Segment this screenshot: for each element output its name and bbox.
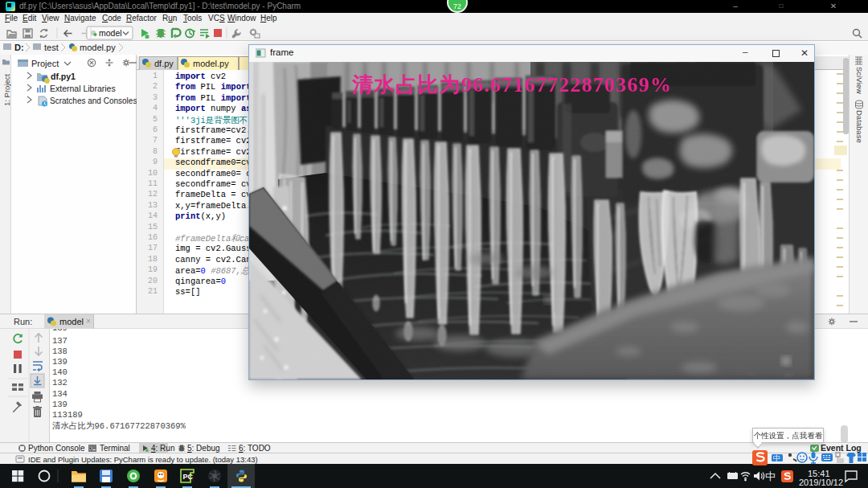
svg-text:Event Log: Event Log [821,443,862,453]
svg-text:2019/10/12: 2019/10/12 [799,478,843,487]
svg-text:PC: PC [183,473,194,481]
svg-text:df.py1: df.py1 [51,72,76,81]
svg-text:D:: D: [14,43,24,52]
svg-text:model.py: model.py [80,43,116,52]
svg-text:5: Debug: 5: Debug [187,444,220,453]
svg-text:Scratches and Consoles: Scratches and Consoles [50,96,137,105]
svg-text:Project: Project [31,59,59,68]
svg-text:External Libraries: External Libraries [50,84,116,93]
svg-text:Python Console: Python Console [28,444,85,453]
svg-text:Terminal: Terminal [100,444,130,453]
svg-text:model: model [99,28,122,38]
svg-text:中: 中 [765,470,776,482]
svg-text:6: TODO: 6: TODO [239,444,271,453]
svg-text:4: Run: 4: Run [151,444,174,453]
svg-text:test: test [44,43,59,52]
